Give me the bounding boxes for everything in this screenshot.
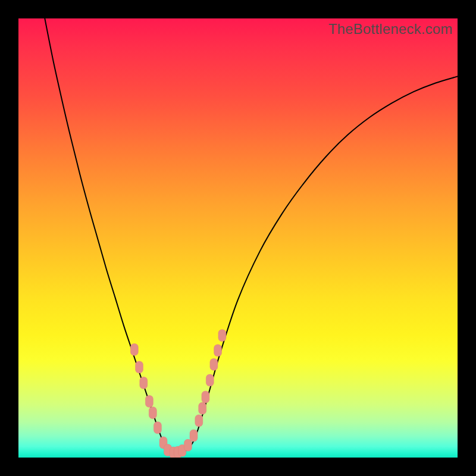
curve-marker — [130, 344, 138, 356]
plot-area: TheBottleneck.com — [18, 18, 458, 458]
curve-marker — [206, 374, 214, 386]
marker-group — [130, 330, 226, 458]
curve-marker — [218, 330, 226, 342]
curve-marker — [145, 396, 153, 408]
curve-marker — [195, 415, 203, 427]
outer-frame: TheBottleneck.com — [0, 0, 476, 476]
curve-marker — [140, 377, 148, 389]
curve-marker — [210, 359, 218, 371]
curve-marker — [184, 439, 192, 451]
curve-marker — [154, 422, 161, 434]
curve-marker — [149, 407, 156, 419]
curve-marker — [136, 361, 143, 373]
curve-marker — [190, 430, 198, 441]
chart-svg — [18, 18, 458, 458]
curve-marker — [214, 345, 222, 356]
curve-marker — [202, 391, 209, 403]
bottleneck-curve — [45, 18, 458, 453]
curve-marker — [199, 402, 206, 414]
